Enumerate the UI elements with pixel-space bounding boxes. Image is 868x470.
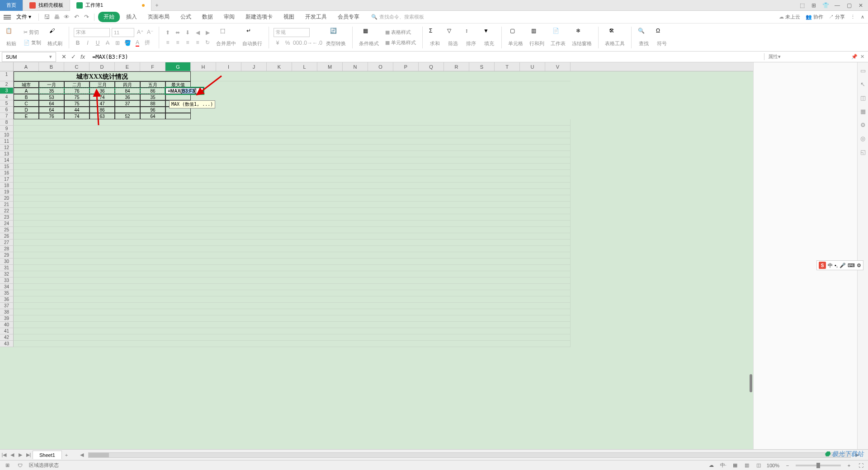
rowcol-button[interactable]: 行和列 [529,40,544,47]
props-pin-icon[interactable]: 📌 [851,54,858,60]
data-cell[interactable]: 53 [39,94,64,100]
view-normal-icon[interactable]: ▦ [731,462,739,469]
dec-dec-icon[interactable]: ←.0 [313,39,321,47]
sheet-button[interactable]: 工作表 [551,40,566,47]
zoom-value[interactable]: 100% [767,463,779,468]
sheet-nav-last[interactable]: ▶| [24,452,33,458]
row-header[interactable]: 29 [0,252,14,258]
menu-tab-view[interactable]: 视图 [279,11,299,23]
col-header[interactable]: T [495,62,520,71]
col-header[interactable]: P [393,62,419,71]
comma-icon[interactable]: 000 [293,39,302,47]
format-painter-button[interactable]: 格式刷 [47,40,62,47]
tab-workbook[interactable]: 工作簿1 [70,0,151,11]
fill-button[interactable]: 填充 [484,40,494,47]
backup-tool-icon[interactable]: ◱ [859,148,867,155]
border-icon[interactable]: ⊞ [113,39,122,47]
name-box[interactable]: SUM▾ [2,52,56,62]
data-cell[interactable]: E [14,113,39,119]
tab-home[interactable]: 首页 [0,0,23,11]
view-page-icon[interactable]: ▥ [743,462,750,469]
cell-button[interactable]: 单元格 [508,40,523,47]
data-cell[interactable]: C [14,100,39,107]
data-cell[interactable]: 35 [140,94,165,100]
data-cell[interactable]: 74 [90,94,115,100]
select-all-corner[interactable] [0,62,14,71]
font-color-icon[interactable]: A [133,39,142,47]
col-header[interactable]: H [191,62,216,71]
row-header[interactable]: 13 [0,151,14,157]
props-close-icon[interactable]: ✕ [860,54,864,60]
sum-icon[interactable]: Σ [429,28,441,39]
fill-color-icon[interactable]: 🪣 [123,39,132,47]
row-header[interactable]: 1 [0,71,14,81]
table-style-button[interactable]: ▦ 表格样式 [383,28,418,37]
header-cell[interactable]: 最大值 [165,81,191,88]
grid-rows[interactable]: 1 城市XXX统计情况 2 城市 一月 二月 三月 四月 五月 最大值 3 A … [0,71,753,449]
data-cell[interactable]: 75 [64,94,90,100]
menu-tab-member[interactable]: 会员专享 [333,11,364,23]
header-cell[interactable]: 三月 [90,81,115,88]
close-button[interactable]: ✕ [855,1,866,10]
type-convert-icon[interactable]: 🔄 [330,28,342,39]
dec-inc-icon[interactable]: .0→ [303,39,311,47]
data-cell[interactable]: 47 [90,100,115,107]
row-header[interactable]: 19 [0,189,14,195]
status-cloud-icon[interactable]: ☁ [708,462,715,469]
merge-icon[interactable]: ⬚ [220,28,232,39]
col-header[interactable]: F [140,62,165,71]
row-header[interactable]: 14 [0,157,14,164]
bold-icon[interactable]: B [74,39,82,47]
collab-button[interactable]: 👥 协作 [806,14,823,20]
col-header[interactable]: L [292,62,317,71]
col-header[interactable]: I [216,62,241,71]
menu-tab-start[interactable]: 开始 [98,12,120,22]
col-header[interactable]: E [115,62,140,71]
row-header[interactable]: 31 [0,265,14,271]
row-header[interactable]: 3 [0,88,14,94]
select-tool-icon[interactable]: ▭ [859,67,867,74]
ime-keyboard-icon[interactable]: ⌨ [848,263,855,268]
col-header[interactable]: A [14,62,39,71]
redo-icon[interactable]: ↷ [82,13,90,21]
data-cell[interactable]: B [14,94,39,100]
col-header[interactable]: S [469,62,495,71]
sheet-nav-first[interactable]: |◀ [0,452,8,458]
data-cell[interactable]: 76 [64,88,90,94]
cell-icon[interactable]: ▢ [510,28,522,39]
ime-toolbar[interactable]: S 中 •, 🎤 ⌨ ⚙ [816,260,863,270]
row-header[interactable]: 36 [0,296,14,303]
tab-templates[interactable]: 找稻壳模板 [23,0,70,11]
ime-lang[interactable]: 中 [828,262,833,269]
currency-icon[interactable]: ¥ [274,39,282,47]
data-cell[interactable]: 52 [115,113,140,119]
percent-icon[interactable]: % [283,39,292,47]
find-icon[interactable]: 🔍 [638,28,650,39]
row-header[interactable]: 25 [0,227,14,233]
row-header[interactable]: 24 [0,221,14,227]
row-header[interactable]: 38 [0,309,14,315]
data-cell[interactable]: 88 [140,100,165,107]
fill-icon[interactable]: ▼ [483,28,495,39]
data-cell[interactable]: 86 [140,88,165,94]
freeze-icon[interactable]: ❄ [576,28,588,39]
menu-tab-review[interactable]: 审阅 [219,11,239,23]
data-cell[interactable] [165,94,191,100]
sort-icon[interactable]: ↕ [465,28,477,39]
preview-icon[interactable]: 👁 [62,13,71,21]
table-tool-icon[interactable]: ▦ [859,108,867,115]
row-header[interactable]: 22 [0,208,14,214]
row-header[interactable]: 37 [0,303,14,309]
col-header[interactable]: U [520,62,545,71]
row-header[interactable]: 20 [0,195,14,202]
formula-confirm-icon[interactable]: ✓ [71,53,76,60]
data-cell[interactable]: 76 [39,113,64,119]
header-cell[interactable]: 四月 [115,81,140,88]
header-cell[interactable]: 一月 [39,81,64,88]
table-tools-button[interactable]: 表格工具 [605,40,625,47]
file-menu[interactable]: 文件 ▾ [13,12,35,22]
paste-icon[interactable]: 📋 [5,28,17,39]
command-search[interactable]: 🔍 查找命令、搜索模板 [371,14,424,20]
copy-button[interactable]: 📄 复制 [22,38,43,47]
freeze-button[interactable]: 冻结窗格 [572,40,592,47]
